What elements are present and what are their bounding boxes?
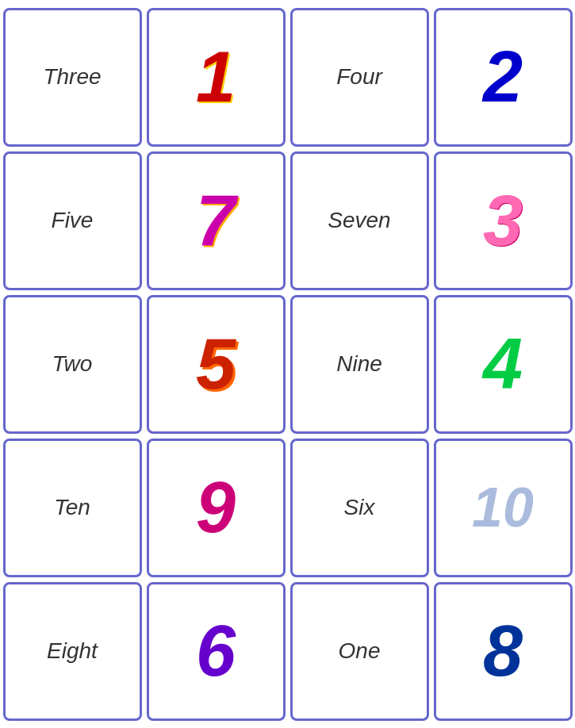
four-label-card: Four xyxy=(290,8,429,147)
one-label-card: One xyxy=(290,582,429,721)
num-2-card: 2 xyxy=(434,8,573,147)
ten-label: Ten xyxy=(54,495,90,520)
two-label: Two xyxy=(52,351,93,377)
seven-label-card: Seven xyxy=(290,151,429,290)
num-1: 1 xyxy=(196,41,236,113)
num-7: 7 xyxy=(196,185,236,256)
num-3-card: 3 xyxy=(434,151,573,290)
num-7-card: 7 xyxy=(147,151,286,290)
num-6: 6 xyxy=(196,615,236,687)
two-label-card: Two xyxy=(3,295,142,434)
num-5-card: 5 xyxy=(147,295,286,434)
eight-label-card: Eight xyxy=(3,582,142,721)
num-1-card: 1 xyxy=(147,8,286,147)
eight-label: Eight xyxy=(47,638,98,664)
num-9: 9 xyxy=(196,472,236,543)
num-9-card: 9 xyxy=(147,439,286,577)
num-10: 10 xyxy=(472,480,534,535)
seven-label: Seven xyxy=(328,208,390,233)
nine-label: Nine xyxy=(336,351,382,377)
num-8-card: 8 xyxy=(434,582,573,721)
four-label: Four xyxy=(336,64,382,90)
num-5: 5 xyxy=(196,328,236,400)
six-label-card: Six xyxy=(290,439,429,577)
num-2: 2 xyxy=(483,41,523,113)
num-4-card: 4 xyxy=(434,295,573,434)
nine-label-card: Nine xyxy=(290,295,429,434)
number-grid: Three1Four2Five7Seven3Two5Nine4Ten9Six10… xyxy=(0,3,575,726)
five-label: Five xyxy=(52,208,94,233)
three-label: Three xyxy=(43,64,101,90)
num-10-card: 10 xyxy=(434,439,573,577)
five-label-card: Five xyxy=(3,151,142,290)
num-3: 3 xyxy=(483,185,523,256)
six-label: Six xyxy=(344,495,375,520)
three-label-card: Three xyxy=(3,8,142,147)
num-6-card: 6 xyxy=(147,582,286,721)
num-4: 4 xyxy=(483,328,523,400)
ten-label-card: Ten xyxy=(3,439,142,577)
one-label: One xyxy=(339,638,381,664)
num-8: 8 xyxy=(483,615,523,687)
